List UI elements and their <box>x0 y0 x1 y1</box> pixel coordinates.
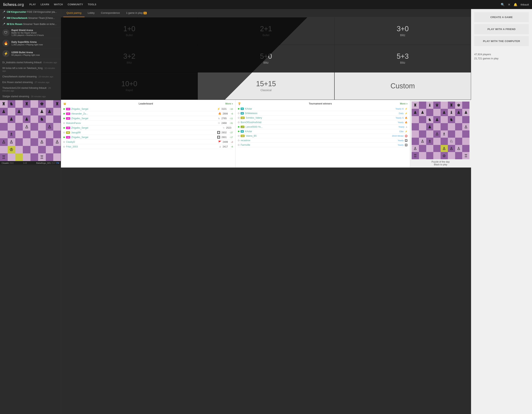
player-name[interactable]: Jasugi99 <box>71 131 216 134</box>
winner-name[interactable]: DrMelekess <box>245 112 398 115</box>
winner-name[interactable]: KAstar <box>245 107 394 110</box>
player-name[interactable]: ClasbyD <box>66 141 217 143</box>
tournament-more[interactable]: More » <box>400 102 408 105</box>
player-name[interactable]: Alexander_Zu... <box>71 112 217 115</box>
pairing-3-1[interactable]: 15+15 Classical <box>198 72 334 100</box>
username[interactable]: thibault <box>521 3 529 6</box>
pairing-1-1[interactable]: 2+1 Bullet <box>198 17 334 45</box>
puzzle-title: Puzzle of the day <box>432 160 450 163</box>
tournament-superblitz[interactable]: 🔥 Daily SuperBlitz Arena 1,392 players •… <box>0 38 61 48</box>
tournament-winner-row-2[interactable]: NM Sviridov_Valery Yearly S 🔥 <box>238 116 408 120</box>
tournament-winner-row-8[interactable]: Farmville Yearly 🔲 <box>238 143 408 147</box>
play-computer-button[interactable]: PLAY WITH THE COMPUTER <box>474 36 529 46</box>
player-name[interactable]: Zhigalko_Sergei <box>71 117 217 120</box>
tab-quick-pairing[interactable]: Quick pairing <box>63 9 85 17</box>
type-1-1: Bullet <box>262 34 269 37</box>
pairing-1-2[interactable]: 3+0 Blitz <box>334 17 471 45</box>
pairing-2-2[interactable]: 5+3 Blitz <box>334 45 471 72</box>
winner-name[interactable]: Valera_B5 <box>246 135 391 137</box>
leaderboard-row-8[interactable]: Fritzi_2003 ♟ 2417 ↑8 <box>63 144 233 149</box>
pairing-2-1[interactable]: 5+0 Blitz <box>198 45 334 72</box>
player-rating: 2468 <box>221 122 228 125</box>
player-name[interactable]: Zhigalko_Sergei <box>71 127 221 129</box>
game-type-icon: 🔥 <box>218 112 221 115</box>
close-icon[interactable]: ✕ <box>508 3 510 7</box>
streamer-kingscrusher[interactable]: 🎤 CM Kingscrusher FIDE CM Kingscrusher p… <box>0 9 61 15</box>
leaderboard-row-0[interactable]: GM Zhigalko_Sergei ⚡ 3101 ↑10 <box>63 107 233 111</box>
nav-play[interactable]: PLAY <box>29 3 36 6</box>
mini-square-0-3: ♜ <box>23 100 30 108</box>
tournament-winner-row-6[interactable]: NM Valera_B5 2019 Winter ⭕ <box>238 134 408 138</box>
leaderboard-row-5[interactable]: NM Jasugi99 🔲 2832 ↑27 <box>63 130 233 135</box>
mini-square-7-6 <box>46 153 54 161</box>
pairing-2-0[interactable]: 3+2 Blitz <box>61 45 198 72</box>
nav-community[interactable]: COMMUNITY <box>68 3 83 6</box>
activity-text1: IM lovlas left a note on Takeback_King <box>2 67 43 70</box>
tournament-name2: Daily SuperBlitz Arena <box>11 41 43 43</box>
leaderboard-row-4[interactable]: GM Zhigalko_Sergei 🖱 2523 <box>63 126 233 130</box>
tournament-winner-row-0[interactable]: IM KAstar Yearly H ⚡ <box>238 107 408 111</box>
leaderboard-row-7[interactable]: ClasbyD 🚩 2499 ↓2 <box>63 140 233 144</box>
activity-5: Sladgie started streaming · 30 minutes a… <box>0 94 61 99</box>
winner-name[interactable]: KAstar <box>245 130 398 133</box>
player-name[interactable]: Zhigalko_Sergei <box>71 136 216 139</box>
bell-icon[interactable]: 🔔 <box>513 3 517 7</box>
winner-name[interactable]: recastrov <box>241 139 397 142</box>
player-name[interactable]: Fritzi_2003 <box>66 145 218 148</box>
streamer-ericrosen[interactable]: 🎤 IM Eric Rosen Streamer Team Battle on … <box>0 21 61 27</box>
player-name[interactable]: MaksimPanov <box>66 122 217 125</box>
winner-name[interactable]: Farmville <box>241 144 397 146</box>
play-friend-button[interactable]: PLAY WITH A FRIEND <box>474 24 529 34</box>
leaderboard-more[interactable]: More » <box>225 102 233 105</box>
mini-board[interactable]: ♜♞♜♚♜♟♟♟♟♟♟♞♙♙♗♙♙♙♙♔♖♖ <box>0 100 61 161</box>
leaderboard-row-1[interactable]: GM Alexander_Zu... 🔥 2906 ↑6 <box>63 111 233 116</box>
puzzle-square-6-7 <box>462 145 469 152</box>
pairing-custom[interactable]: Custom <box>334 72 471 100</box>
tournament-winner-row-3[interactable]: BornOfGodAndVoid Yearly 🔥 <box>238 120 408 125</box>
game-type-icon: ♞ <box>218 117 220 120</box>
mini-board-container: ♜♞♜♚♜♟♟♟♟♟♟♞♙♙♗♙♙♙♙♔♖♖ Ckaakk 2682 1+0 B… <box>0 100 61 165</box>
leaderboard-row-3[interactable]: MaksimPanov ⚙ 2468 ↑31 <box>63 121 233 126</box>
puzzle-square-3-3 <box>433 123 441 130</box>
mini-square-6-5 <box>38 146 46 154</box>
puzzle-board[interactable]: ♜♝♛♜♚♟♟♟♝♟♟♞♟♞♟♙♙♗♙♗♘♙♙♙♙♖♔♖ <box>412 101 469 159</box>
pairing-1-0[interactable]: 1+0 Bullet <box>61 17 198 45</box>
leaderboard-row-6[interactable]: GM Zhigalko_Sergei 🔲 2601 ↑17 <box>63 135 233 140</box>
puzzle-square-7-4: ♔ <box>441 152 448 159</box>
search-icon[interactable]: 🔍 <box>501 3 505 7</box>
tab-correspondence[interactable]: Correspondence <box>98 9 123 17</box>
online-dot <box>238 121 239 123</box>
tournament-type: Elite <box>399 130 404 133</box>
winner-name[interactable]: BornOfGodAndVoid <box>241 121 397 124</box>
activity-text3: Eric Rosen started streaming <box>2 81 33 84</box>
player-name[interactable]: Zhigalko_Sergei <box>71 108 216 110</box>
winner-name[interactable]: Sviridov_Valery <box>246 117 394 119</box>
puzzle-square-0-6: ♚ <box>455 101 462 109</box>
tournament-winner-row-4[interactable]: LM Lance5500-Yo... Yearly ♟ <box>238 125 408 129</box>
player-rating: 3101 <box>221 108 228 110</box>
mini-square-2-6 <box>46 115 54 123</box>
nav-tools[interactable]: TOOLS <box>88 3 96 6</box>
tab-lobby[interactable]: Lobby <box>85 9 98 17</box>
tournament-winner-row-7[interactable]: recastrov Yearly 🔲 <box>238 138 408 143</box>
tournament-rapid-shield[interactable]: 🛡 Rapid Shield Arena Battle for the Rapi… <box>0 27 61 38</box>
title-badge: NM <box>241 135 245 137</box>
create-game-button[interactable]: CREATE A GAME <box>474 12 529 22</box>
winner-name[interactable]: Lance5500-Yo... <box>246 126 397 128</box>
mini-square-1-6: ♟ <box>46 108 54 115</box>
player-rating: 2499 <box>223 141 229 143</box>
tournament-winner-row-5[interactable]: IM KAstar Elite ⚡ <box>238 129 408 134</box>
leaderboard-row-2[interactable]: GM Zhigalko_Sergei ♞ 2765 ↑11 <box>63 116 233 121</box>
topnav: lichess.org PLAY LEARN WATCH COMMUNITY T… <box>0 0 532 9</box>
streamer-chessnetwork[interactable]: 🎤 NM ChessNetwork Streamer !Team [Chess.… <box>0 15 61 21</box>
player-rating: 2601 <box>221 136 228 139</box>
online-dot <box>238 144 239 146</box>
nav-watch[interactable]: WATCH <box>54 3 63 6</box>
streamer-name-im: IM <box>7 23 9 26</box>
tournament-bullet[interactable]: ⚡ U2000 Bullet Arena 84 players • Playin… <box>0 48 61 59</box>
logo[interactable]: lichess.org <box>3 2 24 7</box>
tab-game-in-play[interactable]: 1 game in play1 <box>123 9 150 17</box>
nav-learn[interactable]: LEARN <box>41 3 49 6</box>
tournament-winner-row-1[interactable]: IM DrMelekess Daily ⚡ <box>238 111 408 116</box>
pairing-3-0[interactable]: 10+0 Rapid <box>61 72 198 100</box>
